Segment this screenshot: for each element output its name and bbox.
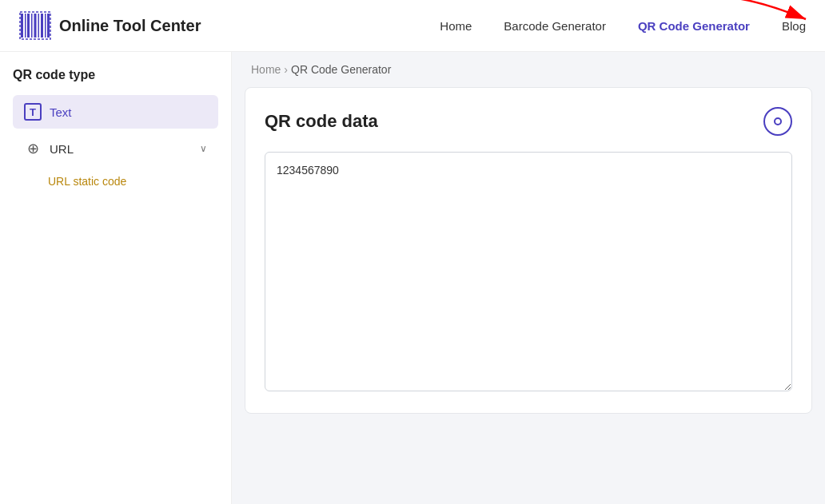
breadcrumb-current: QR Code Generator bbox=[291, 63, 391, 76]
text-type-icon: T bbox=[24, 103, 42, 121]
svg-rect-0 bbox=[21, 14, 23, 38]
svg-rect-2 bbox=[27, 14, 30, 38]
svg-rect-3 bbox=[31, 14, 33, 38]
logo-text: Online Tool Center bbox=[59, 17, 201, 35]
card-header: QR code data bbox=[265, 107, 792, 136]
qr-data-textarea[interactable] bbox=[265, 152, 792, 391]
qr-settings-button[interactable] bbox=[763, 107, 792, 136]
breadcrumb-home[interactable]: Home bbox=[251, 63, 281, 76]
nav-barcode-generator[interactable]: Barcode Generator bbox=[504, 19, 606, 33]
sidebar-item-url-label: URL bbox=[50, 142, 192, 156]
content-area: Home › QR Code Generator QR code data bbox=[232, 52, 825, 504]
svg-rect-6 bbox=[41, 14, 43, 38]
sidebar: QR code type T Text ⊕ URL ∨ URL static c… bbox=[0, 52, 232, 504]
logo-area: Online Tool Center bbox=[19, 10, 201, 42]
qr-inner-dot-icon bbox=[774, 117, 782, 125]
breadcrumb: Home › QR Code Generator bbox=[232, 52, 825, 87]
card-title: QR code data bbox=[265, 111, 378, 132]
svg-rect-7 bbox=[45, 14, 46, 38]
sidebar-item-url[interactable]: ⊕ URL ∨ bbox=[13, 132, 218, 165]
chevron-down-icon: ∨ bbox=[200, 143, 207, 154]
main-nav: Home Barcode Generator QR Code Generator… bbox=[440, 19, 806, 33]
sidebar-item-text[interactable]: T Text bbox=[13, 95, 218, 129]
nav-home[interactable]: Home bbox=[440, 19, 472, 33]
sidebar-title: QR code type bbox=[13, 68, 218, 82]
nav-blog[interactable]: Blog bbox=[782, 19, 806, 33]
svg-rect-5 bbox=[38, 14, 40, 38]
logo-icon bbox=[19, 10, 51, 42]
sidebar-item-text-label: Text bbox=[50, 105, 72, 119]
nav-qr-code-generator[interactable]: QR Code Generator bbox=[638, 19, 750, 33]
svg-rect-4 bbox=[34, 14, 37, 38]
url-static-code-link[interactable]: URL static code bbox=[13, 169, 218, 194]
main-layout: QR code type T Text ⊕ URL ∨ URL static c… bbox=[0, 52, 825, 504]
qr-code-card: QR code data bbox=[245, 87, 812, 414]
globe-icon: ⊕ bbox=[24, 140, 42, 157]
header: Online Tool Center Home Barcode Generato… bbox=[0, 0, 825, 52]
svg-rect-1 bbox=[25, 14, 26, 38]
svg-rect-8 bbox=[47, 14, 50, 38]
breadcrumb-separator: › bbox=[284, 63, 288, 76]
